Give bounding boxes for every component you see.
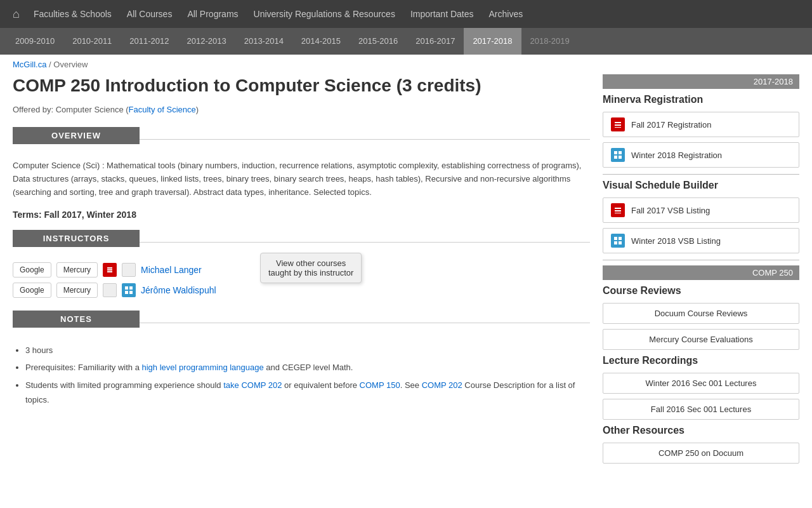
- offered-by-prefix: Offered by: Computer Science (: [13, 105, 129, 114]
- winter-vsb-btn[interactable]: Winter 2018 VSB Listing: [603, 228, 799, 253]
- comp250-docuum-btn[interactable]: COMP 250 on Docuum: [603, 443, 799, 464]
- breadcrumb: McGill.ca / Overview: [0, 55, 812, 74]
- year-2009-2010[interactable]: 2009-2010: [6, 28, 63, 55]
- year-2015-2016[interactable]: 2015-2016: [350, 28, 407, 55]
- overview-header: OVERVIEW: [13, 127, 140, 144]
- year-2013-2014[interactable]: 2013-2014: [235, 28, 292, 55]
- year-2016-2017[interactable]: 2016-2017: [407, 28, 464, 55]
- page-title: COMP 250 Introduction to Computer Scienc…: [13, 74, 590, 97]
- svg-rect-11: [619, 156, 622, 159]
- svg-rect-5: [129, 291, 133, 294]
- instructors-section: INSTRUCTORS Google Mercury Michael Lange…: [13, 230, 590, 298]
- terms-text: Terms: Fall 2017, Winter 2018: [13, 210, 590, 220]
- instructor1-link[interactable]: Michael Langer: [141, 265, 202, 275]
- note-prerequisites: Prerequisites: Familiarity with a high l…: [25, 360, 590, 375]
- winter-registration-label: Winter 2018 Registration: [631, 150, 722, 160]
- instructor2-google-btn[interactable]: Google: [13, 283, 51, 298]
- sidebar-divider-2: [603, 260, 799, 260]
- svg-rect-8: [614, 151, 617, 154]
- svg-rect-14: [614, 237, 617, 240]
- year-2014-2015[interactable]: 2014-2015: [292, 28, 350, 55]
- winter-registration-btn[interactable]: Winter 2018 Registration: [603, 142, 799, 168]
- instructor2-placeholder-icon: [103, 283, 117, 297]
- svg-rect-4: [125, 291, 128, 294]
- offered-by: Offered by: Computer Science (Faculty of…: [13, 105, 590, 114]
- overview-text: Computer Science (Sci) : Mathematical to…: [13, 159, 590, 199]
- instructor-row-1: Google Mercury Michael Langer View other…: [13, 262, 590, 277]
- instructor1-placeholder-icon: [122, 263, 136, 277]
- year-2018-2019[interactable]: 2018-2019: [521, 28, 579, 55]
- year-2012-2013[interactable]: 2012-2013: [178, 28, 235, 55]
- winter-lectures-btn[interactable]: Winter 2016 Sec 001 Lectures: [603, 373, 799, 394]
- minerva-registration-title: Minerva Registration: [603, 94, 799, 105]
- winter-reg-icon: [611, 148, 625, 162]
- top-navigation: ⌂ Faculties & Schools All Courses All Pr…: [0, 0, 812, 28]
- nav-university-regulations[interactable]: University Regulations & Resources: [246, 0, 403, 28]
- instructor2-mercury-btn[interactable]: Mercury: [56, 283, 98, 298]
- winter-vsb-icon: [611, 234, 625, 248]
- svg-rect-15: [619, 237, 622, 240]
- main-layout: COMP 250 Introduction to Computer Scienc…: [0, 74, 812, 481]
- nav-archives[interactable]: Archives: [481, 0, 531, 28]
- course-badge: COMP 250: [603, 265, 799, 280]
- breadcrumb-overview: Overview: [53, 60, 88, 69]
- year-2010-2011[interactable]: 2010-2011: [63, 28, 121, 55]
- mercury-evaluations-btn[interactable]: Mercury Course Evaluations: [603, 329, 799, 350]
- home-icon[interactable]: ⌂: [6, 8, 26, 21]
- nav-faculties-schools[interactable]: Faculties & Schools: [26, 0, 119, 28]
- svg-rect-17: [619, 241, 622, 244]
- instructor-row-2: Google Mercury Jérôme Waldispuhl: [13, 283, 590, 298]
- fall-vsb-btn[interactable]: Fall 2017 VSB Listing: [603, 197, 799, 223]
- notes-section: NOTES 3 hours Prerequisites: Familiarity…: [13, 311, 590, 408]
- notes-header: NOTES: [13, 311, 140, 328]
- instructor-tooltip: View other courses taught by this instru…: [260, 253, 362, 283]
- instructors-header: INSTRUCTORS: [13, 230, 140, 247]
- fall-vsb-icon: [611, 203, 625, 217]
- comp150-link[interactable]: COMP 150: [360, 380, 400, 390]
- comp202-link[interactable]: COMP 202: [241, 380, 282, 390]
- left-content: COMP 250 Introduction to Computer Scienc…: [13, 74, 590, 469]
- offered-by-suffix: ): [196, 105, 199, 114]
- nav-all-courses[interactable]: All Courses: [119, 0, 180, 28]
- nav-important-dates[interactable]: Important Dates: [403, 0, 481, 28]
- sidebar-divider-1: [603, 174, 799, 175]
- winter-vsb-label: Winter 2018 VSB Listing: [631, 236, 721, 246]
- sidebar-year-badge: 2017-2018: [603, 74, 799, 89]
- svg-rect-3: [129, 286, 133, 290]
- faculty-link[interactable]: Faculty of Science: [129, 105, 196, 114]
- fall-registration-label: Fall 2017 Registration: [631, 120, 711, 130]
- svg-rect-16: [614, 241, 617, 244]
- fall-lectures-btn[interactable]: Fall 2016 Sec 001 Lectures: [603, 399, 799, 420]
- year-2017-2018[interactable]: 2017-2018: [464, 28, 521, 55]
- svg-rect-2: [125, 286, 128, 290]
- year-navigation: 2009-2010 2010-2011 2011-2012 2012-2013 …: [0, 28, 812, 55]
- fall-vsb-label: Fall 2017 VSB Listing: [631, 206, 710, 215]
- comp202-desc-link[interactable]: COMP 202: [422, 380, 462, 390]
- instructor1-google-btn[interactable]: Google: [13, 262, 51, 277]
- reviews-title: Course Reviews: [603, 285, 799, 297]
- instructor1-red-icon: [103, 263, 117, 277]
- overview-section: OVERVIEW Computer Science (Sci) : Mathem…: [13, 127, 590, 199]
- notes-list: 3 hours Prerequisites: Familiarity with …: [13, 343, 590, 408]
- fall-registration-btn[interactable]: Fall 2017 Registration: [603, 112, 799, 137]
- instructor2-link[interactable]: Jérôme Waldispuhl: [141, 285, 216, 295]
- note-limited-experience: Students with limited programming experi…: [25, 378, 590, 408]
- instructor1-mercury-btn[interactable]: Mercury: [56, 262, 98, 277]
- breadcrumb-mcgill[interactable]: McGill.ca: [13, 60, 46, 69]
- fall-reg-icon: [611, 117, 625, 131]
- svg-rect-10: [614, 156, 617, 159]
- right-sidebar: 2017-2018 Minerva Registration Fall 2017…: [603, 74, 799, 469]
- high-level-link[interactable]: high level programming language: [142, 363, 264, 372]
- other-resources-title: Other Resources: [603, 425, 799, 436]
- vsb-title: Visual Schedule Builder: [603, 180, 799, 191]
- docuum-reviews-btn[interactable]: Docuum Course Reviews: [603, 303, 799, 324]
- svg-rect-9: [619, 151, 622, 154]
- nav-all-programs[interactable]: All Programs: [180, 0, 246, 28]
- note-hours: 3 hours: [25, 343, 590, 358]
- lectures-title: Lecture Recordings: [603, 355, 799, 366]
- take-comp202-link[interactable]: take: [223, 380, 239, 390]
- instructor2-blue-icon: [122, 283, 136, 297]
- year-2011-2012[interactable]: 2011-2012: [121, 28, 178, 55]
